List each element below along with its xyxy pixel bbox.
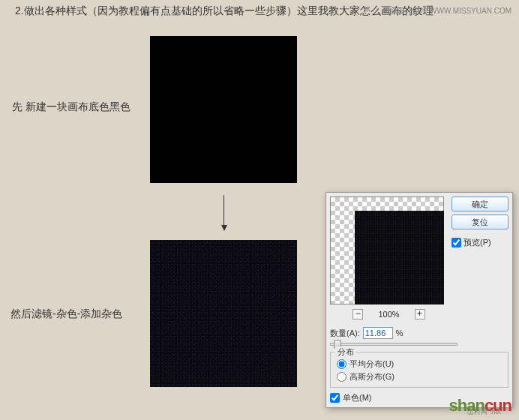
uniform-radio[interactable]: [337, 359, 346, 369]
step1-canvas-black: [150, 36, 297, 183]
logo-subtext: 山村网 .net: [467, 407, 501, 417]
amount-row: 数量(A): %: [330, 327, 508, 339]
zoom-percent: 100%: [378, 310, 399, 319]
gaussian-radio-row[interactable]: 高斯分布(G): [337, 371, 502, 382]
gaussian-radio[interactable]: [337, 372, 346, 382]
cancel-button[interactable]: 复位: [452, 214, 508, 230]
zoom-controls: − 100% +: [330, 309, 448, 320]
monochrome-label: 单色(M): [343, 392, 372, 404]
amount-slider[interactable]: [330, 343, 458, 346]
step2-canvas-noise: [150, 240, 297, 387]
step2-label: 然后滤镜-杂色-添加杂色: [10, 308, 122, 321]
step1-label: 先 新建一块画布底色黑色: [12, 100, 130, 114]
source-watermark: 思缘设计论坛 WWW.MISSYUAN.COM: [382, 6, 512, 16]
uniform-label: 平均分布(U): [350, 358, 394, 370]
add-noise-dialog: − 100% + 确定 复位 预览(P) 数量(A): % 分布 平均分布(U): [326, 192, 513, 408]
noise-preview-box[interactable]: [330, 196, 444, 304]
zoom-out-button[interactable]: −: [352, 309, 363, 320]
zoom-in-button[interactable]: +: [415, 309, 425, 320]
noise-preview-image: [355, 211, 444, 304]
tutorial-step-title: 2.做出各种样式（因为教程偏有点基础的所以省略一些步骤）这里我教大家怎么画布的纹…: [15, 4, 434, 18]
preview-checkbox[interactable]: [452, 238, 461, 248]
amount-input[interactable]: [363, 327, 393, 339]
amount-label: 数量(A):: [330, 328, 360, 339]
arrow-down: [221, 195, 226, 232]
gaussian-label: 高斯分布(G): [350, 371, 394, 382]
amount-unit: %: [396, 328, 404, 338]
preview-checkbox-row[interactable]: 预览(P): [452, 237, 508, 248]
distribution-group: 分布 平均分布(U) 高斯分布(G): [330, 352, 508, 388]
monochrome-checkbox[interactable]: [330, 393, 340, 403]
ok-button[interactable]: 确定: [452, 196, 508, 212]
distribution-title: 分布: [335, 346, 356, 358]
uniform-radio-row[interactable]: 平均分布(U): [337, 358, 502, 370]
preview-checkbox-label: 预览(P): [464, 237, 491, 248]
